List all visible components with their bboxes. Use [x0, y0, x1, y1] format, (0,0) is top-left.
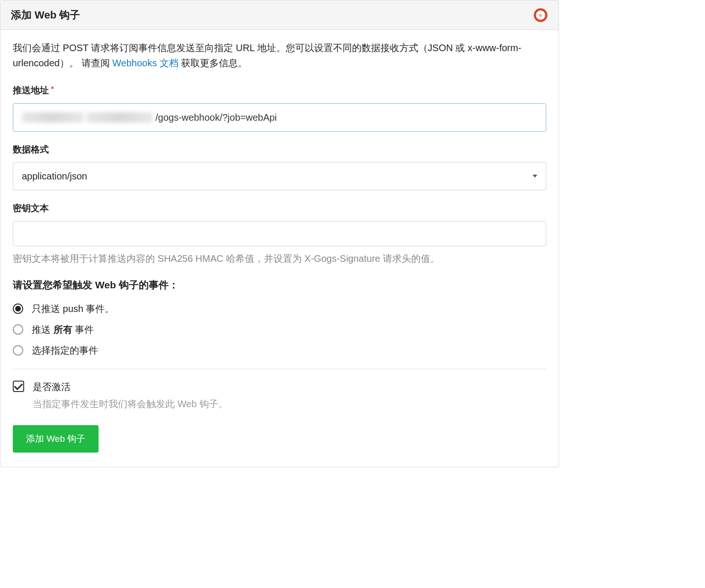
events-heading: 请设置您希望触发 Web 钩子的事件：	[13, 277, 546, 293]
payload-url-field: 推送地址 /gogs-webhook/?job=webApi	[13, 84, 546, 132]
secret-label: 密钥文本	[13, 202, 546, 215]
content-type-select-wrapper: application/json	[13, 162, 546, 190]
active-help: 当指定事件发生时我们将会触发此 Web 钩子。	[33, 399, 228, 409]
webhook-panel: 添加 Web 钩子 G 我们会通过 POST 请求将订阅事件信息发送至向指定 U…	[0, 0, 559, 467]
intro-before: 我们会通过 POST 请求将订阅事件信息发送至向指定 URL 地址。您可以设置不…	[13, 43, 521, 68]
events-section: 请设置您希望触发 Web 钩子的事件： 只推送 push 事件。 推送 所有 事…	[13, 277, 546, 358]
radio-item-all: 推送 所有 事件	[13, 322, 546, 337]
content-type-label: 数据格式	[13, 143, 546, 157]
gogs-icon: G	[533, 8, 548, 23]
active-content: 是否激活 当指定事件发生时我们将会触发此 Web 钩子。	[33, 380, 546, 411]
secret-help: 密钥文本将被用于计算推送内容的 SHA256 HMAC 哈希值，并设置为 X-G…	[13, 251, 546, 266]
intro-text: 我们会通过 POST 请求将订阅事件信息发送至向指定 URL 地址。您可以设置不…	[13, 40, 546, 71]
radio-push-only[interactable]	[13, 303, 23, 314]
active-checkbox[interactable]	[13, 381, 24, 392]
chevron-down-icon	[533, 175, 537, 178]
payload-url-suffix: /gogs-webhook/?job=webApi	[155, 110, 277, 125]
content-type-select[interactable]: application/json	[13, 162, 546, 190]
webhooks-docs-link[interactable]: Webhooks 文档	[112, 58, 179, 68]
active-label[interactable]: 是否激活	[33, 380, 546, 394]
panel-body: 我们会通过 POST 请求将订阅事件信息发送至向指定 URL 地址。您可以设置不…	[0, 30, 559, 467]
radio-all-events-label[interactable]: 推送 所有 事件	[32, 322, 94, 337]
events-radio-group: 只推送 push 事件。 推送 所有 事件 选择指定的事件	[13, 302, 546, 357]
radio-all-events[interactable]	[13, 324, 23, 335]
active-row: 是否激活 当指定事件发生时我们将会触发此 Web 钩子。	[13, 380, 546, 411]
secret-input[interactable]	[13, 221, 546, 246]
radio-choose-events[interactable]	[13, 345, 23, 356]
panel-header: 添加 Web 钩子 G	[0, 0, 559, 30]
intro-after: 获取更多信息。	[179, 58, 248, 68]
panel-title: 添加 Web 钩子	[11, 7, 80, 23]
secret-field: 密钥文本 密钥文本将被用于计算推送内容的 SHA256 HMAC 哈希值，并设置…	[13, 202, 546, 266]
redacted-host-2	[86, 112, 153, 123]
submit-button[interactable]: 添加 Web 钩子	[13, 425, 99, 453]
content-type-value: application/json	[22, 169, 87, 183]
radio-push-only-label[interactable]: 只推送 push 事件。	[32, 302, 115, 316]
content-type-field: 数据格式 application/json	[13, 143, 546, 191]
radio-item-choose: 选择指定的事件	[13, 343, 546, 357]
divider	[13, 369, 546, 369]
payload-url-label: 推送地址	[13, 84, 546, 98]
radio-choose-events-label[interactable]: 选择指定的事件	[32, 343, 98, 357]
radio-item-push: 只推送 push 事件。	[13, 302, 546, 316]
payload-url-input[interactable]: /gogs-webhook/?job=webApi	[13, 103, 546, 132]
svg-text:G: G	[539, 13, 542, 17]
redacted-host-1	[22, 112, 83, 123]
